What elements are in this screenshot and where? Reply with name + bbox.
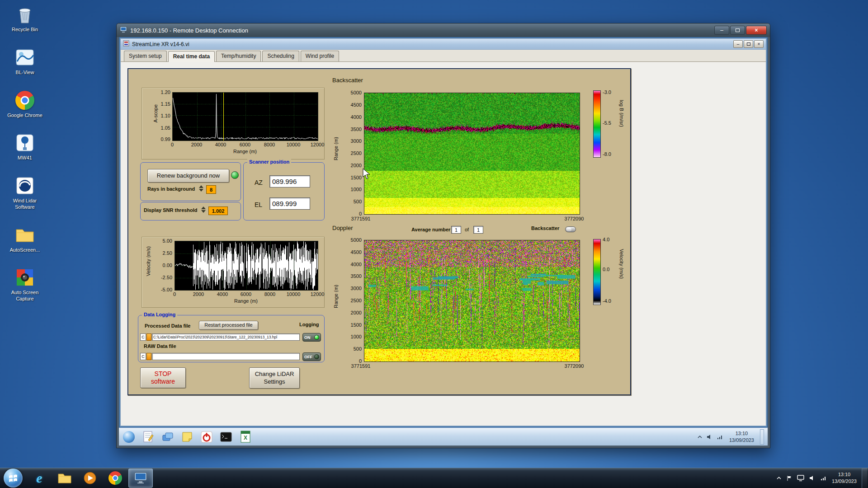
change-lidar-settings-button[interactable]: Change LiDAR Settings [249,367,300,389]
average-number-value[interactable]: 1 [451,226,461,234]
average-total-value[interactable]: 1 [473,226,483,234]
host-taskbar: e 13:10 13/09/2023 [0,468,868,488]
show-desktop-button[interactable] [862,468,867,488]
app-maximize-button[interactable] [744,40,753,48]
y-tick: 2500 [342,298,362,303]
stop-software-button[interactable]: STOP software [140,367,186,388]
taskbar-icon-browser[interactable] [123,431,135,443]
y-tick: 0.00 [152,263,172,268]
network-icon[interactable] [717,434,723,440]
folder-icon [57,472,72,484]
desktop-icon-label: Recycle Bin [12,27,38,33]
remote-clock[interactable]: 13:10 13/09/2023 [727,430,756,443]
app-minimize-button[interactable]: – [733,40,743,48]
taskbar-icon-notepad[interactable] [142,431,155,443]
desktop-icon-autoscreen-folder[interactable]: AutoScreen... [5,224,45,253]
start-button[interactable] [4,469,23,488]
taskbar-icon-power[interactable] [200,431,213,443]
doppler-heatmap[interactable] [364,240,580,362]
colorbar-tick: -4.0 [603,298,611,304]
x-tick: 2000 [187,142,207,147]
processed-logging-toggle[interactable]: ON [302,333,321,342]
el-value: 089.999 [269,197,310,210]
hidden-icons-arrow[interactable] [697,435,703,439]
y-tick: 2000 [342,310,362,315]
restart-processed-file-button[interactable]: Restart processed file [199,321,258,330]
y-tick: 1000 [342,187,362,192]
volume-icon[interactable] [707,434,713,440]
raw-path-input[interactable] [152,353,300,360]
x-tick-end: 3772090 [560,216,589,221]
taskbar-icon-internet-explorer[interactable]: e [27,469,52,488]
taskbar-icon-file-explorer[interactable] [52,469,77,488]
snr-spinner[interactable] [201,206,206,213]
flag-icon[interactable] [787,475,792,481]
x-tick: 8000 [260,291,280,297]
renew-led [231,171,239,179]
y-tick: -2.50 [152,275,172,280]
hidden-icons-arrow[interactable] [776,476,782,480]
tab-system-setup[interactable]: System setup [124,51,167,61]
ascope-plot[interactable] [172,92,318,141]
app-titlebar[interactable]: StreamLine XR v14-6.vi – × [121,39,766,50]
scanner-position-title: Scanner position [247,159,291,164]
processed-drive-box[interactable]: C [140,333,146,341]
desktop-icon-wind-lidar[interactable]: Wind Lidar Software [5,175,45,211]
taskbar-icon-chrome[interactable] [103,469,127,488]
monitor-icon[interactable] [797,475,804,481]
x-tick: 4000 [211,142,231,147]
snr-label: Display SNR threshold [144,207,198,213]
rdp-close-button[interactable]: × [746,26,767,35]
taskbar-icon-remote-app[interactable] [161,431,174,443]
rays-spinner[interactable] [199,185,203,192]
velocity-plot[interactable] [175,241,318,291]
tab-real-time-data[interactable]: Real time data [168,51,215,62]
processed-path-input[interactable]: C:\Lidar\Data\Proc\2023\202309\20230913\… [152,333,300,341]
rdp-maximize-button[interactable] [730,26,745,35]
y-tick: 2000 [342,163,362,168]
desktop-icon-google-chrome[interactable]: Google Chrome [5,89,45,119]
backscatter-toggle-label: Backscatter [531,225,559,231]
change-button-line2: Settings [264,378,285,385]
taskbar-icon-remote-desktop[interactable] [128,469,153,488]
taskbar-icon-sticky-note[interactable] [181,431,193,443]
backscatter-y-axis-label: Range (m) [333,137,339,160]
backscatter-heatmap[interactable] [364,93,580,215]
backscatter-title: Backscatter [332,77,363,84]
x-tick-end: 3772090 [560,363,589,369]
velocity-y-axis-label: Velocity (m/s) [146,246,151,276]
desktop-icon-bl-view[interactable]: BL-View [5,47,45,76]
taskbar-icon-spreadsheet[interactable]: X [239,431,252,443]
toggle-state-label: ON [304,335,311,340]
network-icon[interactable] [821,475,827,481]
rdp-titlebar[interactable]: 192.168.0.150 - Remote Desktop Connectio… [117,23,770,37]
tab-scheduling[interactable]: Scheduling [262,51,299,61]
x-tick: 10000 [283,142,303,147]
processed-browse-icon[interactable] [146,333,151,341]
renew-background-button[interactable]: Renew background now [147,169,229,183]
auto-screen-capture-icon [14,267,36,288]
system-clock-date: 13/09/2023 [832,478,857,485]
rays-value[interactable]: 8 [206,185,216,194]
desktop-icon-recycle-bin[interactable]: Recycle Bin [5,4,45,33]
x-tick: 10000 [283,291,303,297]
volume-icon[interactable] [809,475,816,481]
raw-logging-toggle[interactable]: OFF [302,352,321,361]
taskbar-icon-command-prompt[interactable] [220,431,232,443]
show-desktop-button[interactable] [760,429,764,445]
snr-value[interactable]: 1.002 [208,206,228,215]
tab-temp-humidity[interactable]: Temp/humidity [216,51,261,61]
system-clock[interactable]: 13:10 13/09/2023 [832,471,857,485]
taskbar-icon-media-player[interactable] [78,469,102,488]
folder-icon [14,224,36,246]
desktop-icon-mw41[interactable]: MW41 [5,132,45,161]
tab-wind-profile[interactable]: Wind profile [301,51,339,61]
x-tick: 6000 [235,142,255,147]
app-close-button[interactable]: × [754,40,764,48]
raw-drive-box[interactable]: C [140,353,146,360]
backscatter-doppler-toggle[interactable] [565,226,576,232]
backscatter-colorbar [593,90,601,158]
rdp-minimize-button[interactable]: – [714,26,729,35]
raw-browse-icon[interactable] [146,353,151,360]
desktop-icon-auto-screen-capture[interactable]: Auto Screen Capture [5,267,45,302]
